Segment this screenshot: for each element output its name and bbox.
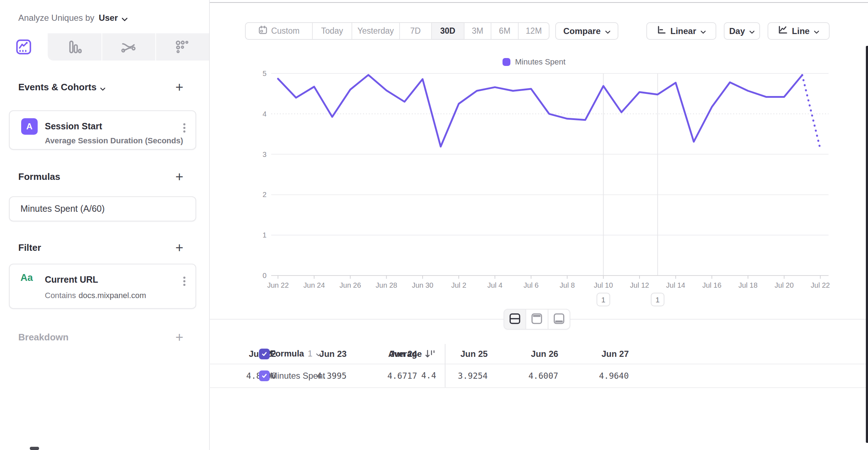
event-aggregation[interactable]: Average Session Duration (Seconds) bbox=[45, 136, 183, 145]
scale-dropdown[interactable]: Linear bbox=[646, 22, 716, 40]
date-range-label: Today bbox=[321, 26, 343, 36]
y-axis-label: 1 bbox=[263, 231, 266, 239]
average-column-header[interactable]: Average bbox=[353, 349, 422, 359]
top-panel-icon bbox=[531, 313, 543, 326]
formula-card[interactable]: Minutes Spent (A/60) bbox=[9, 196, 196, 221]
add-event-button[interactable]: + bbox=[175, 80, 183, 94]
compare-label: Compare bbox=[563, 26, 600, 36]
y-axis-label: 4 bbox=[263, 110, 266, 118]
date-range-label: 6M bbox=[499, 26, 510, 36]
date-range-yesterday[interactable]: Yesterday bbox=[352, 23, 399, 39]
row-label: Minutes Spent bbox=[270, 371, 325, 381]
date-range-label: Custom bbox=[271, 26, 299, 36]
series-line-incomplete-segment[interactable] bbox=[802, 75, 820, 149]
filter-operator[interactable]: Contains bbox=[45, 291, 76, 300]
date-column-header: Jun 27 bbox=[562, 344, 632, 364]
date-range-label: 30D bbox=[440, 26, 455, 36]
events-cohorts-header[interactable]: Events & Cohorts bbox=[18, 82, 105, 94]
formula-number: 1 bbox=[308, 349, 312, 359]
series-line[interactable] bbox=[278, 75, 802, 147]
date-range-custom[interactable]: Custom bbox=[246, 23, 312, 39]
event-card-session-start[interactable]: A Session Start Average Session Duration… bbox=[9, 110, 196, 150]
x-axis-label: Jul 20 bbox=[775, 281, 794, 289]
y-axis-label: 5 bbox=[263, 70, 266, 77]
x-axis-label: Jul 8 bbox=[560, 281, 575, 289]
date-range-label: Yesterday bbox=[358, 26, 394, 36]
select-all-checkbox[interactable] bbox=[259, 349, 270, 359]
x-axis-label: Jul 14 bbox=[666, 281, 685, 289]
view-toggle-group bbox=[504, 309, 570, 330]
add-formula-button[interactable]: + bbox=[175, 170, 183, 183]
event-title[interactable]: Session Start bbox=[45, 121, 102, 131]
date-range-label: 3M bbox=[472, 26, 483, 36]
add-filter-button[interactable]: + bbox=[175, 241, 183, 254]
formula-expression[interactable]: Minutes Spent (A/60) bbox=[20, 204, 105, 214]
breakdown-header: Breakdown bbox=[18, 332, 69, 343]
linear-scale-icon bbox=[657, 25, 666, 37]
split-view-toggle[interactable] bbox=[504, 310, 525, 329]
tab-insights[interactable] bbox=[15, 39, 32, 55]
filter-card-current-url[interactable]: Aa Current URL Contains docs.mixpanel.co… bbox=[9, 264, 196, 309]
table-row-minutes-spent[interactable]: Minutes Spent 4.4 4.86964.39954.67173.92… bbox=[209, 364, 868, 388]
date-range-30d[interactable]: 30D bbox=[431, 23, 464, 39]
value-cell: 4.6007 bbox=[491, 364, 562, 387]
analyze-uniques-value[interactable]: User bbox=[99, 13, 118, 23]
y-axis-label: 3 bbox=[263, 150, 266, 158]
events-cohorts-label: Events & Cohorts bbox=[18, 82, 96, 92]
chevron-down-icon bbox=[749, 26, 755, 36]
chevron-down-icon bbox=[605, 26, 610, 36]
compare-button[interactable]: Compare bbox=[555, 22, 618, 40]
line-chart-icon bbox=[778, 25, 788, 37]
analyze-uniques-control[interactable]: Analyze Uniques byUser bbox=[18, 13, 128, 24]
x-axis-label: Jul 16 bbox=[702, 281, 721, 289]
tab-divider bbox=[102, 33, 102, 61]
kebab-menu-icon[interactable] bbox=[183, 122, 186, 134]
retention-icon bbox=[174, 50, 190, 56]
right-edge-panel-strip bbox=[866, 46, 868, 443]
tab-retention[interactable] bbox=[174, 39, 190, 55]
x-axis-label: Jun 22 bbox=[267, 281, 289, 289]
top-panel-view-toggle[interactable] bbox=[525, 310, 547, 329]
x-axis-label: Jul 2 bbox=[451, 281, 466, 289]
date-column-header: Jun 26 bbox=[491, 344, 562, 364]
date-range-6m[interactable]: 6M bbox=[491, 23, 518, 39]
row-average-value: 4.4 bbox=[368, 371, 436, 380]
x-axis-label: Jul 4 bbox=[487, 281, 503, 289]
x-axis-label: Jun 30 bbox=[412, 281, 433, 289]
date-range-7d[interactable]: 7D bbox=[399, 23, 431, 39]
formula-column-header[interactable]: Formula 1 bbox=[270, 349, 321, 359]
row-checkbox[interactable] bbox=[259, 370, 270, 381]
add-breakdown-button[interactable]: + bbox=[175, 330, 183, 344]
filter-property[interactable]: Current URL bbox=[45, 274, 98, 285]
query-builder-sidebar: Analyze Uniques byUser Events & Cohorts … bbox=[0, 0, 210, 450]
interval-dropdown[interactable]: Day bbox=[724, 22, 760, 40]
kebab-menu-icon[interactable] bbox=[183, 275, 186, 287]
date-range-12m[interactable]: 12M bbox=[518, 23, 549, 39]
calendar-icon bbox=[258, 25, 268, 37]
bottom-panel-view-toggle[interactable] bbox=[548, 310, 570, 329]
bottom-cutoff-element bbox=[30, 447, 39, 450]
results-table-header: Formula 1 Average Jun 22Jun 23Jun 24Jun … bbox=[209, 344, 868, 364]
line-chart[interactable]: 11Jun 22Jun 24Jun 26Jun 28Jun 30Jul 2Jul… bbox=[209, 43, 868, 319]
annotation-count: 1 bbox=[656, 296, 660, 304]
scale-label: Linear bbox=[670, 26, 696, 36]
chevron-down-icon bbox=[100, 82, 105, 94]
bottom-panel-icon bbox=[553, 313, 565, 326]
date-range-label: 12M bbox=[526, 26, 542, 36]
chart-type-label: Line bbox=[792, 26, 810, 36]
event-letter-badge: A bbox=[21, 118, 38, 135]
tab-funnels[interactable] bbox=[66, 39, 83, 55]
value-cell: 4.9640 bbox=[562, 364, 632, 387]
flows-icon bbox=[120, 50, 137, 56]
annotation-count: 1 bbox=[601, 296, 605, 304]
mixpanel-insights-screen: Analyze Uniques byUser Events & Cohorts … bbox=[0, 0, 868, 450]
tab-flows[interactable] bbox=[120, 39, 137, 55]
date-range-3m[interactable]: 3M bbox=[464, 23, 491, 39]
x-axis-label: Jun 26 bbox=[340, 281, 361, 289]
date-range-today[interactable]: Today bbox=[312, 23, 351, 39]
filter-value[interactable]: docs.mixpanel.com bbox=[79, 291, 146, 300]
chart-type-dropdown[interactable]: Line bbox=[768, 22, 830, 40]
y-axis-label: 0 bbox=[263, 272, 266, 279]
sort-icon[interactable] bbox=[425, 349, 435, 360]
formula-label: Formula bbox=[270, 349, 304, 359]
